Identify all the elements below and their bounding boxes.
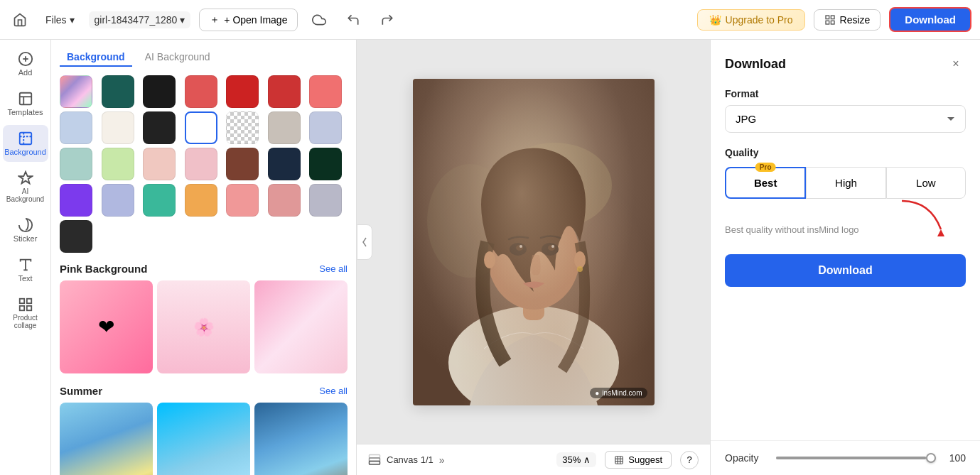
svg-rect-21: [523, 285, 544, 320]
zoom-control[interactable]: 35% ∧: [556, 452, 596, 467]
sidebar-item-add[interactable]: Add: [3, 45, 48, 82]
color-red1[interactable]: [185, 75, 217, 108]
color-brown[interactable]: [226, 148, 259, 180]
files-menu[interactable]: Files ▾: [40, 11, 80, 28]
color-orange[interactable]: [185, 184, 217, 217]
sidebar-item-text[interactable]: Text: [3, 251, 48, 288]
svg-rect-15: [26, 306, 31, 310]
canvas-label: Canvas 1/1: [387, 454, 434, 465]
summer-section-title: Summer: [60, 385, 102, 397]
sidebar-add-label: Add: [18, 68, 33, 77]
pink-thumb-1[interactable]: ❤: [60, 280, 153, 373]
opacity-section: Opacity 100: [711, 440, 980, 475]
upgrade-button[interactable]: 👑 Upgrade to Pro: [697, 9, 805, 31]
redo-button[interactable]: [375, 7, 400, 33]
color-cream[interactable]: [102, 111, 134, 144]
color-red3[interactable]: [268, 75, 301, 108]
color-black2[interactable]: [143, 111, 176, 144]
pink-section-header: Pink Background See all: [60, 263, 348, 275]
filename-chevron: ▾: [180, 14, 185, 26]
svg-point-31: [577, 266, 583, 272]
resize-button[interactable]: Resize: [814, 9, 881, 31]
canvas-expand-button[interactable]: [357, 224, 372, 260]
download-action-button[interactable]: Download: [725, 254, 966, 287]
svg-rect-13: [19, 299, 23, 303]
color-gray1[interactable]: [268, 111, 301, 144]
opacity-label: Opacity: [725, 452, 768, 464]
quality-low-button[interactable]: Low: [886, 167, 966, 199]
color-dark-green[interactable]: [309, 148, 342, 180]
summer-see-all[interactable]: See all: [319, 386, 348, 396]
suggest-button[interactable]: Suggest: [605, 451, 672, 469]
summer-image-grid: [60, 403, 348, 475]
svg-point-18: [498, 143, 612, 228]
summer-thumb-2[interactable]: [157, 403, 250, 475]
format-select[interactable]: JPG PNG WEBP: [725, 105, 966, 133]
zoom-value: 35%: [562, 454, 581, 465]
pink-thumb-3[interactable]: [254, 280, 348, 373]
color-lavender[interactable]: [102, 184, 134, 217]
color-periwinkle[interactable]: [309, 111, 342, 144]
color-light-blue[interactable]: [60, 111, 92, 144]
undo-button[interactable]: [340, 7, 366, 33]
color-navy[interactable]: [268, 148, 301, 180]
open-image-button[interactable]: ＋ + Open Image: [199, 9, 298, 31]
color-dusty-pink[interactable]: [268, 184, 301, 217]
color-salmon[interactable]: [309, 75, 342, 108]
color-black1[interactable]: [143, 75, 176, 108]
canvas-area: ● insMind.com Canvas 1/1 » 35% ∧ Suggest: [357, 40, 710, 475]
summer-thumb-1[interactable]: [60, 403, 153, 475]
svg-point-28: [551, 245, 554, 248]
summer-thumb-3[interactable]: [254, 403, 348, 475]
color-grid: [60, 75, 348, 253]
filename-text: girl-1843477_1280: [95, 14, 178, 26]
red-arrow: [895, 197, 952, 240]
color-rainbow[interactable]: [60, 75, 92, 108]
svg-rect-14: [26, 299, 31, 303]
canvas-nav-icon[interactable]: »: [439, 454, 445, 466]
cloud-button[interactable]: [306, 7, 332, 33]
close-icon: ×: [952, 58, 959, 70]
color-white[interactable]: [185, 111, 217, 144]
download-panel-header: Download ×: [725, 54, 966, 74]
svg-rect-34: [370, 454, 380, 458]
tab-background[interactable]: Background: [60, 48, 132, 67]
portrait-image: [413, 79, 655, 405]
download-panel: Download × Format JPG PNG WEBP Quality P…: [711, 40, 980, 440]
topbar-download-button[interactable]: Download: [889, 7, 971, 32]
color-teal[interactable]: [143, 184, 176, 217]
color-mint[interactable]: [60, 148, 92, 180]
filename-display[interactable]: girl-1843477_1280 ▾: [89, 11, 191, 28]
summer-section-header: Summer See all: [60, 385, 348, 397]
pink-image-grid: ❤ 🌸: [60, 280, 348, 373]
home-button[interactable]: [9, 9, 31, 31]
sidebar-item-ai-background[interactable]: AI Background: [3, 165, 48, 209]
tab-ai-background[interactable]: AI Background: [138, 48, 217, 67]
opacity-thumb[interactable]: [926, 453, 936, 463]
color-light-green[interactable]: [102, 148, 134, 180]
quality-high-button[interactable]: High: [806, 167, 885, 199]
opacity-slider[interactable]: [776, 457, 936, 459]
color-purple[interactable]: [60, 184, 92, 217]
color-red2[interactable]: [226, 75, 259, 108]
left-panel: Background AI Background: [51, 40, 357, 475]
svg-point-26: [548, 245, 555, 251]
color-blush[interactable]: [143, 148, 176, 180]
color-pink2[interactable]: [226, 184, 259, 217]
pink-see-all[interactable]: See all: [319, 263, 348, 274]
sidebar-item-sticker[interactable]: Sticker: [3, 212, 48, 249]
color-transparent[interactable]: [226, 111, 259, 144]
color-pink1[interactable]: [185, 148, 217, 180]
sidebar-item-templates[interactable]: Templates: [3, 85, 48, 122]
sidebar-item-product-collage[interactable]: Product collage: [3, 291, 48, 335]
quality-best-button[interactable]: Pro Best: [725, 167, 806, 199]
pink-thumb-2[interactable]: 🌸: [157, 280, 250, 373]
close-download-button[interactable]: ×: [946, 54, 966, 74]
color-dark-teal[interactable]: [102, 75, 134, 108]
suggest-label: Suggest: [628, 454, 662, 465]
help-button[interactable]: ?: [680, 451, 699, 469]
color-gray2[interactable]: [309, 184, 342, 217]
sidebar-item-background[interactable]: Background: [3, 125, 48, 162]
color-dark-gray[interactable]: [60, 220, 92, 253]
upgrade-label: Upgrade to Pro: [726, 14, 793, 26]
